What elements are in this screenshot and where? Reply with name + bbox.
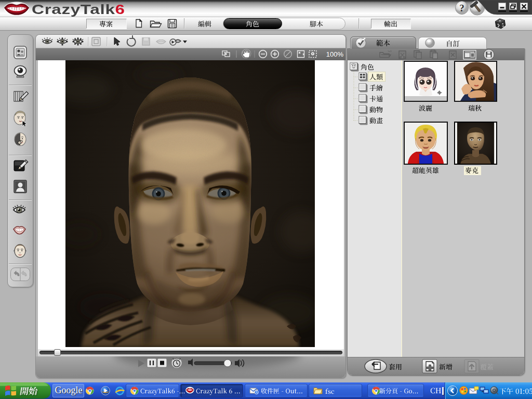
svg-text:?: ? (459, 3, 464, 14)
svg-text:100%: 100% (326, 50, 344, 58)
